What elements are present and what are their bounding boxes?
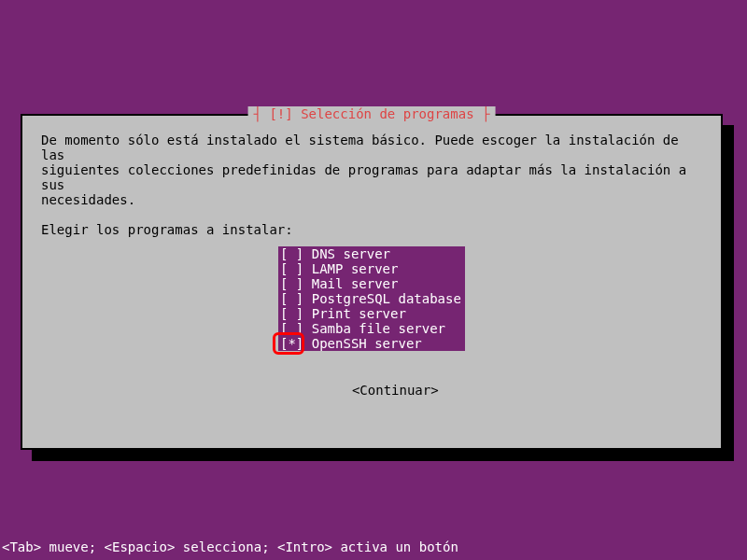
dialog-body: De momento sólo está instalado el sistem…: [41, 133, 702, 413]
checkbox-lamp[interactable]: [ ]: [280, 261, 303, 276]
help-line: <Tab> mueve; <Espacio> selecciona; <Intr…: [2, 539, 458, 554]
checkbox-dns[interactable]: [ ]: [280, 246, 303, 261]
checkbox-postgresql[interactable]: [ ]: [280, 291, 303, 306]
checkbox-openssh[interactable]: [*]: [280, 336, 303, 351]
label-openssh: OpenSSH server: [312, 336, 422, 351]
tasksel-dialog: ┤ [!] Selección de programas ├ De moment…: [21, 114, 723, 450]
label-mail: Mail server: [312, 276, 399, 291]
checkbox-samba[interactable]: [ ]: [280, 321, 303, 336]
dialog-title: ┤ [!] Selección de programas ├: [248, 106, 496, 121]
label-print: Print server: [312, 306, 406, 321]
list-item-samba[interactable]: [ ] Samba file server: [278, 321, 465, 336]
spacer: [41, 207, 702, 222]
dialog-description3: necesidades.: [41, 192, 702, 207]
dialog-description2: siguientes colecciones predefinidas de p…: [41, 162, 702, 192]
label-postgresql: PostgreSQL database: [312, 291, 461, 306]
continue-row: <Continuar>: [41, 368, 702, 413]
dialog-prompt: Elegir los programas a instalar:: [41, 222, 702, 237]
list-item-postgresql[interactable]: [ ] PostgreSQL database: [278, 291, 465, 306]
label-samba: Samba file server: [312, 321, 445, 336]
continue-button[interactable]: <Continuar>: [352, 383, 439, 398]
list-item-dns[interactable]: [ ] DNS server: [278, 246, 465, 261]
label-dns: DNS server: [312, 246, 390, 261]
checkbox-print[interactable]: [ ]: [280, 306, 303, 321]
dialog-description1: De momento sólo está instalado el sistem…: [41, 133, 702, 162]
list-item-mail[interactable]: [ ] Mail server: [278, 276, 465, 291]
checkbox-mail[interactable]: [ ]: [280, 276, 303, 291]
label-lamp: LAMP server: [312, 261, 399, 276]
software-list: [ ] DNS server [ ] LAMP server [ ] Mail …: [278, 246, 465, 351]
list-item-lamp[interactable]: [ ] LAMP server: [278, 261, 465, 276]
list-item-print[interactable]: [ ] Print server: [278, 306, 465, 321]
list-item-openssh[interactable]: [*] OpenSSH server: [278, 336, 465, 351]
